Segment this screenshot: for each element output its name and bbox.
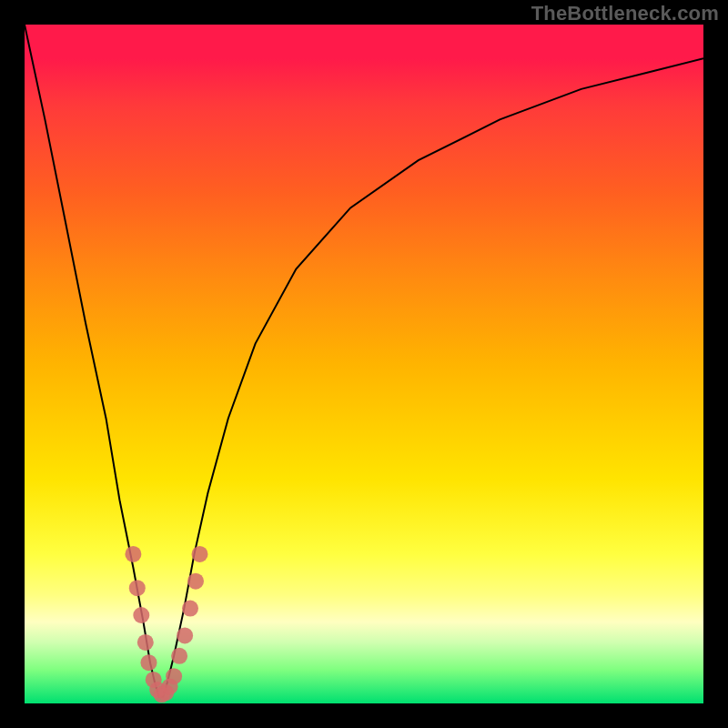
sample-points xyxy=(125,546,207,703)
sample-point xyxy=(137,634,154,651)
sample-point xyxy=(177,627,193,643)
sample-point xyxy=(187,573,204,590)
chart-svg xyxy=(25,25,703,703)
sample-point xyxy=(166,668,182,684)
sample-point xyxy=(125,546,141,562)
sample-point xyxy=(133,607,149,623)
plot-area xyxy=(25,25,703,703)
sample-point xyxy=(141,654,157,671)
sample-point xyxy=(182,601,198,617)
sample-point xyxy=(171,648,187,664)
watermark-text: TheBottleneck.com xyxy=(531,2,719,25)
bottleneck-curve xyxy=(25,25,703,697)
sample-point xyxy=(192,546,208,562)
chart-frame: TheBottleneck.com xyxy=(0,0,728,728)
sample-point xyxy=(129,580,146,596)
